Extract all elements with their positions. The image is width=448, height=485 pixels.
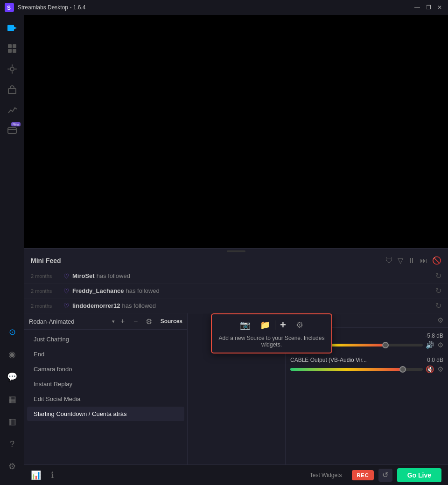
skip-icon[interactable]: ⏭	[420, 256, 427, 265]
tooltip-icons: 📷 📁 + ⚙	[218, 319, 325, 331]
sources-label: Sources	[161, 318, 182, 325]
scenes-add-btn[interactable]: +	[118, 316, 128, 326]
scene-item[interactable]: End	[27, 347, 184, 361]
sidebar-grid[interactable]: ▦	[3, 390, 21, 409]
close-button[interactable]: ✕	[436, 4, 443, 11]
feed-item: 2 months ♡ lindodemorrer12 has followed …	[24, 298, 448, 313]
sidebar-item-store[interactable]	[3, 80, 21, 99]
sidebar-item-video[interactable]	[3, 19, 21, 37]
volume-bar[interactable]	[290, 368, 423, 371]
mini-feed-header: Mini Feed 🛡 ▽ ⏸ ⏭ 🚫	[24, 252, 448, 269]
sidebar-themes[interactable]: ⊙	[3, 323, 21, 341]
sidebar-help[interactable]: ?	[3, 435, 21, 453]
maximize-button[interactable]: ❐	[425, 4, 432, 11]
svg-text:S: S	[7, 5, 11, 11]
scenes-header: Rodan-Animated ▾ + − ⚙ Sources	[24, 313, 187, 330]
svg-rect-7	[13, 49, 16, 53]
titlebar-title: Streamlabs Desktop - 1.6.4	[18, 4, 413, 11]
sidebar: New ⊙ ◉ 💬 ▦ ▥ ? ⚙	[0, 15, 24, 485]
scenes-remove-btn[interactable]: −	[131, 316, 141, 326]
sidebar-bottom: ⊙ ◉ 💬 ▦ ▥ ? ⚙	[3, 323, 21, 481]
bar-divider	[46, 471, 46, 480]
scenes-dropdown[interactable]: ▾	[112, 319, 115, 325]
resize-handle[interactable]	[24, 249, 448, 252]
tooltip-text: Add a new Source to your Scene. Includes…	[218, 335, 325, 348]
go-live-button[interactable]: Go Live	[397, 468, 441, 482]
volume-knob[interactable]	[382, 342, 389, 348]
volume-knob[interactable]	[399, 366, 406, 373]
scene-item[interactable]: Just Chatting	[27, 332, 184, 346]
sidebar-item-analytics[interactable]	[3, 101, 21, 119]
track-mute-icon[interactable]: 🔇	[426, 365, 434, 374]
track-settings-icon[interactable]: ⚙	[437, 365, 443, 374]
feed-item-action: has followed	[126, 287, 160, 294]
bottom-panels: Rodan-Animated ▾ + − ⚙ Sources Just Chat…	[24, 313, 448, 464]
feed-item-time: 2 months	[31, 273, 63, 279]
mixer-track-db: -5.8 dB	[425, 333, 443, 339]
follow-icon: ♡	[63, 287, 70, 295]
mini-feed-controls: 🛡 ▽ ⏸ ⏭ 🚫	[385, 256, 441, 265]
preview-area	[24, 15, 448, 248]
app-window: S Streamlabs Desktop - 1.6.4 — ❐ ✕	[0, 0, 448, 485]
bar-chart-icon[interactable]: 📊	[31, 470, 41, 480]
add-source-icon[interactable]: +	[280, 319, 286, 331]
tooltip-divider	[275, 320, 275, 330]
filter-icon[interactable]: ▽	[398, 256, 403, 265]
scenes-settings-btn[interactable]: ⚙	[144, 316, 154, 326]
svg-rect-15	[8, 129, 16, 130]
scenes-panel: Rodan-Animated ▾ + − ⚙ Sources Just Chat…	[24, 313, 188, 464]
sources-panel: 📷 📁 + ⚙ Add a new Source to your Scene. …	[188, 313, 286, 464]
sidebar-item-layout[interactable]	[3, 39, 21, 58]
app-logo: S	[5, 3, 14, 12]
svg-rect-2	[7, 25, 14, 31]
feed-item-time: 2 months	[31, 288, 63, 294]
titlebar: S Streamlabs Desktop - 1.6.4 — ❐ ✕	[0, 0, 448, 15]
test-widgets-button[interactable]: Test Widgets	[304, 469, 348, 481]
scene-item-active[interactable]: Starting Countdown / Cuenta atrás	[27, 407, 184, 421]
content-panel: Mini Feed 🛡 ▽ ⏸ ⏭ 🚫 2 months ♡ MiroSet h…	[24, 15, 448, 485]
track-settings-icon[interactable]: ⚙	[437, 341, 443, 349]
volume-slider-container: 🔇 ⚙	[290, 365, 443, 374]
svg-rect-11	[7, 69, 10, 69]
refresh-icon[interactable]: ↻	[435, 286, 441, 295]
scene-item[interactable]: Camara fondo	[27, 362, 184, 376]
minimize-button[interactable]: —	[413, 4, 421, 11]
refresh-icon[interactable]: ↻	[435, 301, 441, 310]
refresh-icon[interactable]: ↻	[435, 271, 441, 280]
new-badge: New	[11, 122, 21, 126]
track-mute-icon[interactable]: 🔊	[426, 341, 434, 349]
scene-item[interactable]: Edit Social Media	[27, 392, 184, 406]
scene-item[interactable]: Instant Replay	[27, 377, 184, 391]
mini-feed-title: Mini Feed	[31, 257, 61, 264]
svg-rect-6	[8, 49, 12, 53]
svg-rect-5	[13, 44, 16, 48]
sidebar-item-highlights[interactable]: New	[3, 121, 21, 140]
webcam-icon: 📷	[240, 320, 250, 330]
scenes-title: Rodan-Animated	[29, 318, 109, 325]
mixer-track-name: CABLE Output (VB-Audio Vir...	[290, 357, 367, 363]
shield-icon[interactable]: 🛡	[385, 256, 393, 265]
pause-icon[interactable]: ⏸	[408, 256, 415, 265]
mute-icon[interactable]: 🚫	[432, 256, 441, 265]
sidebar-chat[interactable]: 💬	[3, 367, 21, 386]
sidebar-alerts[interactable]: ◉	[3, 345, 21, 364]
info-icon[interactable]: ℹ	[51, 470, 54, 480]
main-area: New ⊙ ◉ 💬 ▦ ▥ ? ⚙	[0, 15, 448, 485]
follow-icon: ♡	[63, 272, 70, 280]
rec-button[interactable]: REC	[352, 470, 373, 480]
mixer-track-header: CABLE Output (VB-Audio Vir... 0.0 dB	[290, 357, 443, 363]
mini-feed: Mini Feed 🛡 ▽ ⏸ ⏭ 🚫 2 months ♡ MiroSet h…	[24, 248, 448, 313]
folder-icon[interactable]: 📁	[260, 320, 270, 330]
mixer-settings-icon[interactable]: ⚙	[437, 316, 443, 325]
source-settings-icon[interactable]: ⚙	[296, 320, 303, 330]
restore-button[interactable]: ↺	[378, 469, 392, 482]
feed-item: 2 months ♡ Freddy_Lachance has followed …	[24, 284, 448, 298]
sidebar-bars[interactable]: ▥	[3, 412, 21, 431]
svg-point-8	[10, 67, 14, 71]
sidebar-item-tools[interactable]	[3, 60, 21, 78]
mixer-track-db: 0.0 dB	[427, 357, 443, 363]
feed-item-user: MiroSet	[72, 272, 95, 279]
svg-rect-12	[14, 69, 17, 69]
sidebar-settings[interactable]: ⚙	[3, 457, 21, 476]
follow-icon: ♡	[63, 302, 70, 310]
